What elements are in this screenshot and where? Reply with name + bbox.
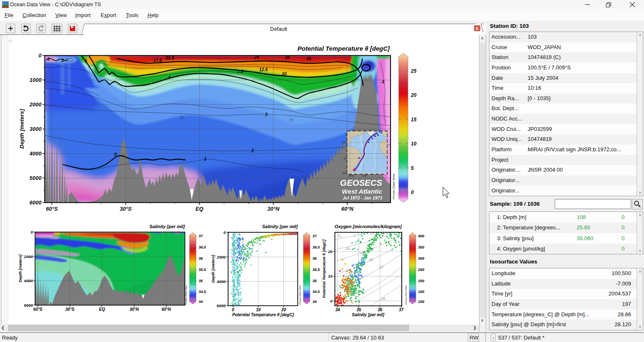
svg-text:Potential Temperature θ [degC]: Potential Temperature θ [degC] [297, 45, 390, 52]
svg-text:25: 25 [410, 68, 417, 74]
svg-text:27: 27 [379, 265, 383, 269]
svg-text:29: 29 [381, 297, 385, 301]
svg-text:250: 250 [418, 268, 424, 272]
svg-text:-1: -1 [381, 79, 384, 84]
svg-text:0: 0 [224, 230, 226, 235]
svg-text:Potential Temperature θ [degC]: Potential Temperature θ [degC] [322, 239, 326, 298]
svg-text:Depth [meters]: Depth [meters] [211, 255, 215, 283]
svg-text:0: 0 [340, 236, 342, 239]
svg-text:3000: 3000 [29, 126, 42, 132]
svg-text:23: 23 [370, 231, 374, 235]
svg-text:30°S: 30°S [65, 307, 74, 312]
svg-text:36.5: 36.5 [312, 245, 320, 249]
svg-text:10: 10 [328, 274, 332, 278]
svg-text:EQ: EQ [196, 206, 204, 212]
svg-text:35: 35 [199, 279, 203, 283]
svg-text:37: 37 [312, 234, 317, 238]
svg-text:West Atlantic: West Atlantic [342, 188, 383, 195]
svg-text:7.5: 7.5 [237, 69, 243, 74]
svg-text:60°S: 60°S [46, 206, 58, 212]
svg-text:Ocean Data View: Ocean Data View [299, 285, 301, 305]
svg-text:30°N: 30°N [267, 206, 280, 212]
svg-text:36.5: 36.5 [199, 245, 206, 249]
svg-text:30°N: 30°N [130, 307, 139, 312]
svg-text:24: 24 [345, 246, 350, 251]
svg-text:34.5: 34.5 [312, 290, 320, 294]
svg-text:Salinity [per mil]: Salinity [per mil] [149, 224, 185, 229]
svg-text:36: 36 [199, 256, 203, 261]
svg-text:2: 2 [61, 58, 64, 63]
svg-text:0: 0 [232, 308, 234, 312]
svg-text:0: 0 [39, 52, 42, 59]
svg-text:1: 1 [204, 156, 206, 161]
svg-text:Depth [meters]: Depth [meters] [18, 254, 22, 283]
svg-text:Depth [meters]: Depth [meters] [19, 109, 25, 149]
svg-text:EQ: EQ [344, 157, 347, 160]
svg-text:15: 15 [306, 56, 311, 61]
svg-text:36: 36 [378, 308, 383, 312]
svg-text:60°N: 60°N [341, 206, 354, 212]
svg-text:60°N: 60°N [342, 142, 347, 144]
svg-text:4: 4 [168, 75, 171, 80]
svg-text:2000: 2000 [29, 101, 42, 108]
svg-text:Salinity [per mil]: Salinity [per mil] [262, 224, 298, 229]
svg-text:0: 0 [47, 57, 50, 62]
svg-text:5000: 5000 [29, 175, 42, 181]
svg-text:4000: 4000 [24, 278, 33, 283]
svg-text:100: 100 [418, 300, 424, 304]
svg-text:1000: 1000 [29, 77, 42, 83]
svg-text:15: 15 [411, 117, 417, 123]
svg-text:60°N: 60°N [162, 307, 171, 312]
svg-text:37: 37 [399, 308, 404, 312]
svg-text:400: 400 [418, 234, 424, 238]
svg-text:2000: 2000 [24, 254, 33, 259]
svg-text:0: 0 [411, 189, 414, 195]
svg-text:35.5: 35.5 [312, 268, 320, 272]
svg-text:20: 20 [327, 249, 332, 254]
svg-text:35.5: 35.5 [199, 268, 206, 272]
svg-text:36: 36 [312, 256, 317, 261]
svg-text:0: 0 [114, 152, 117, 157]
svg-text:90°W: 90°W [349, 175, 354, 177]
svg-text:200: 200 [418, 279, 424, 283]
svg-text:35: 35 [356, 308, 361, 312]
svg-text:34.5: 34.5 [199, 290, 206, 294]
svg-text:Potential Temperature θ [degC]: Potential Temperature θ [degC] [232, 312, 294, 317]
svg-text:30°S: 30°S [120, 206, 132, 212]
svg-text:20: 20 [410, 92, 417, 98]
svg-text:60°S: 60°S [33, 307, 42, 312]
svg-text:6000: 6000 [24, 303, 33, 308]
svg-text:Jul 1972 - Jan 1973: Jul 1972 - Jan 1973 [343, 195, 382, 200]
svg-text:17.5: 17.5 [153, 58, 162, 63]
svg-text:4000: 4000 [216, 279, 226, 284]
svg-text:0: 0 [31, 230, 33, 234]
svg-text:20: 20 [281, 308, 286, 312]
svg-text:150: 150 [418, 290, 424, 294]
svg-text:6000: 6000 [29, 199, 42, 206]
svg-text:10: 10 [256, 308, 261, 312]
svg-text:34: 34 [199, 300, 203, 304]
svg-text:12.5: 12.5 [259, 67, 268, 72]
svg-text:4000: 4000 [29, 150, 42, 157]
svg-text:26: 26 [369, 258, 373, 262]
svg-text:Ocean Data View: Ocean Data View [405, 285, 407, 305]
svg-text:60°S: 60°S [342, 172, 347, 175]
svg-text:Oxygen [micromoles/kilogram]: Oxygen [micromoles/kilogram] [335, 224, 402, 229]
svg-text:10: 10 [282, 71, 287, 76]
svg-text:37: 37 [199, 234, 203, 238]
svg-text:22.5: 22.5 [165, 55, 175, 60]
svg-text:Salinity [per mil]: Salinity [per mil] [352, 312, 384, 317]
svg-text:3: 3 [265, 112, 268, 117]
svg-text:2: 2 [251, 148, 254, 153]
svg-text:300: 300 [418, 256, 424, 261]
svg-text:GEOSECS: GEOSECS [340, 178, 383, 187]
svg-text:2000: 2000 [216, 255, 226, 259]
svg-text:5: 5 [411, 165, 414, 171]
svg-text:EQ: EQ [99, 307, 105, 312]
svg-text:10: 10 [411, 141, 417, 147]
svg-text:Ocean Data View: Ocean Data View [185, 285, 187, 305]
svg-text:30°W: 30°W [362, 175, 367, 177]
svg-text:34: 34 [335, 308, 340, 312]
svg-text:35: 35 [312, 279, 317, 283]
svg-text:0: 0 [330, 299, 333, 303]
